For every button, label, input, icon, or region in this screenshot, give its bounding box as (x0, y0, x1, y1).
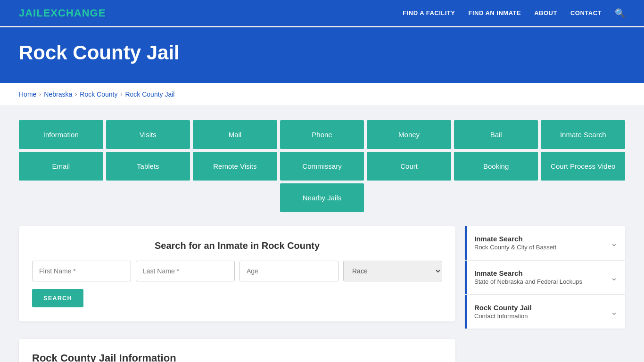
nav-about[interactable]: ABOUT (534, 9, 557, 16)
sidebar-item-title-1: Inmate Search (474, 269, 582, 277)
nav-find-inmate[interactable]: FIND AN INMATE (468, 9, 521, 16)
nav-links: FIND A FACILITY FIND AN INMATE ABOUT CON… (403, 8, 625, 18)
sidebar-item-1[interactable]: Inmate Search State of Nebraska and Fede… (465, 261, 625, 294)
breadcrumb-sep-3: › (120, 91, 122, 98)
search-fields: Race (32, 261, 442, 281)
btn-visits[interactable]: Visits (106, 120, 190, 149)
sidebar-item-0[interactable]: Inmate Search Rock County & City of Bass… (465, 226, 625, 260)
breadcrumb-nebraska[interactable]: Nebraska (44, 90, 72, 98)
btn-mail[interactable]: Mail (193, 120, 277, 149)
button-grid-row2: Email Tablets Remote Visits Commissary C… (19, 152, 625, 181)
race-select[interactable]: Race (343, 261, 442, 281)
sidebar-item-subtitle-2: Contact Information (474, 313, 528, 320)
btn-email[interactable]: Email (19, 152, 103, 181)
btn-booking[interactable]: Booking (454, 152, 538, 181)
last-name-input[interactable] (136, 261, 235, 281)
button-grid-row1: Information Visits Mail Phone Money Bail… (19, 120, 625, 149)
btn-court-process-video[interactable]: Court Process Video (541, 152, 625, 181)
info-row: Rock County Jail Information (19, 329, 625, 362)
btn-information[interactable]: Information (19, 120, 103, 149)
btn-remote-visits[interactable]: Remote Visits (193, 152, 277, 181)
sidebar-item-2[interactable]: Rock County Jail Contact Information ⌄ (465, 295, 625, 329)
btn-tablets[interactable]: Tablets (106, 152, 190, 181)
btn-money[interactable]: Money (367, 120, 451, 149)
breadcrumb-sep-2: › (75, 91, 77, 98)
sidebar-item-title-2: Rock County Jail (474, 304, 532, 312)
chevron-icon-0: ⌄ (611, 238, 618, 248)
btn-commissary[interactable]: Commissary (280, 152, 364, 181)
two-col-layout: Search for an Inmate in Rock County Race… (19, 226, 625, 329)
logo-jail: JAIL (19, 7, 43, 19)
sidebar-item-subtitle-0: Rock County & City of Bassett (474, 244, 556, 251)
search-panel: Search for an Inmate in Rock County Race… (19, 226, 455, 321)
sidebar-item-content-2: Rock County Jail Contact Information (474, 304, 532, 320)
breadcrumb-rock-county-jail[interactable]: Rock County Jail (125, 90, 174, 98)
sidebar-item-subtitle-1: State of Nebraska and Federal Lockups (474, 278, 582, 285)
btn-bail[interactable]: Bail (454, 120, 538, 149)
hero-section: Rock County Jail (0, 27, 644, 83)
breadcrumb-rock-county[interactable]: Rock County (80, 90, 117, 98)
breadcrumb-home[interactable]: Home (19, 90, 36, 98)
sidebar-item-content-0: Inmate Search Rock County & City of Bass… (474, 235, 556, 251)
btn-court[interactable]: Court (367, 152, 451, 181)
sidebar: Inmate Search Rock County & City of Bass… (465, 226, 625, 329)
btn-nearby-jails[interactable]: Nearby Jails (280, 183, 364, 212)
nav-contact[interactable]: CONTACT (570, 9, 602, 16)
logo-exchange: EXCHANGE (43, 7, 106, 19)
search-button[interactable]: SEARCH (32, 289, 83, 307)
chevron-icon-1: ⌄ (611, 272, 618, 283)
first-name-input[interactable] (32, 261, 131, 281)
main-content: Information Visits Mail Phone Money Bail… (0, 106, 644, 362)
btn-inmate-search[interactable]: Inmate Search (541, 120, 625, 149)
chevron-icon-2: ⌄ (611, 307, 618, 317)
search-title: Search for an Inmate in Rock County (32, 240, 442, 251)
nav-find-facility[interactable]: FIND A FACILITY (403, 9, 455, 16)
info-title: Rock County Jail Information (32, 352, 442, 362)
site-logo[interactable]: JAILEXCHANGE (19, 7, 106, 19)
breadcrumb: Home › Nebraska › Rock County › Rock Cou… (0, 83, 644, 106)
breadcrumb-sep-1: › (39, 91, 41, 98)
info-section: Rock County Jail Information (19, 339, 455, 362)
btn-phone[interactable]: Phone (280, 120, 364, 149)
sidebar-item-content-1: Inmate Search State of Nebraska and Fede… (474, 269, 582, 286)
age-input[interactable] (239, 261, 339, 281)
page-title: Rock County Jail (19, 41, 625, 64)
navbar: JAILEXCHANGE FIND A FACILITY FIND AN INM… (0, 0, 644, 27)
sidebar-item-title-0: Inmate Search (474, 235, 556, 243)
search-icon[interactable]: 🔍 (615, 8, 625, 18)
